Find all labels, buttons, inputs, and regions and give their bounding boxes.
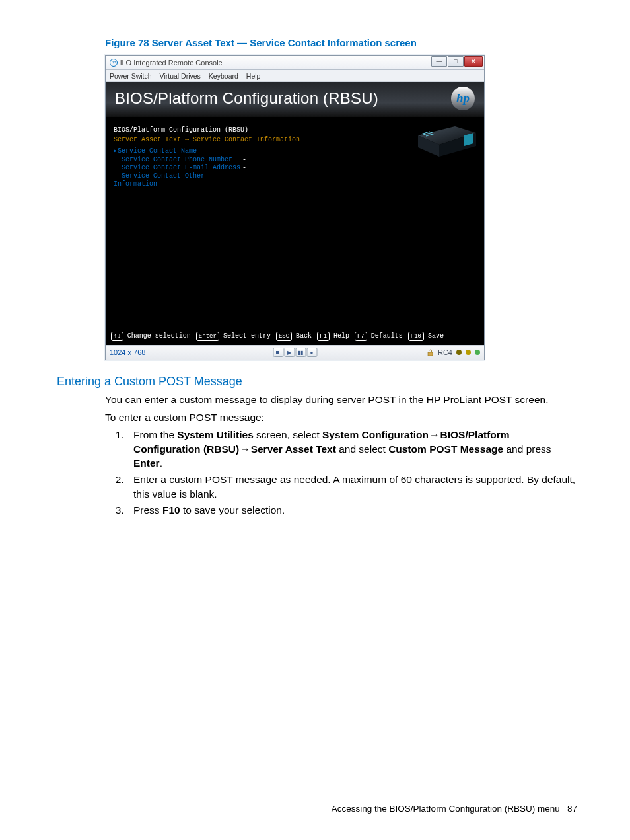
option-service-contact-other[interactable]: Service Contact Other Information - [114, 172, 476, 189]
option-service-contact-email[interactable]: Service Contact E-mail Address - [114, 164, 476, 172]
arrow-icon: → [239, 443, 251, 455]
ilo-window: hp iLO Integrated Remote Console — □ ✕ P… [105, 55, 485, 360]
key-enter: Enter [196, 332, 219, 341]
status-dot-2 [466, 350, 471, 355]
option-label: Service Contact Other Information [114, 172, 242, 189]
key-esc: ESC [276, 332, 292, 341]
svg-rect-7 [428, 352, 433, 356]
key-f7: F7 [355, 332, 367, 341]
step1-text: and select [336, 443, 388, 455]
step3-f10: F10 [162, 504, 180, 515]
step-1: From the System Utilities screen, select… [127, 428, 577, 471]
menu-power-switch[interactable]: Power Switch [110, 72, 152, 80]
step1-text: and press [503, 443, 551, 455]
arrow-icon: → [429, 429, 440, 440]
bios-header: BIOS/Platform Configuration (RBSU) hp [106, 82, 484, 120]
option-label: Service Contact Name [114, 147, 242, 156]
step1-text: . [160, 457, 162, 469]
status-center-buttons: ⏹ ▶ ▮▮ ● [273, 348, 317, 357]
key-label: Defaults [371, 332, 403, 340]
key-arrows: ↑↓ [111, 332, 123, 341]
playback-record-button[interactable]: ● [306, 348, 317, 357]
window-title: iLO Integrated Remote Console [120, 59, 223, 67]
step1-sysutil: System Utilities [177, 429, 253, 440]
lead-in-paragraph: To enter a custom POST message: [105, 410, 577, 425]
maximize-button[interactable]: □ [448, 56, 464, 67]
key-f10: F10 [408, 332, 424, 341]
option-value: - [242, 147, 246, 156]
status-bar: 1024 x 768 ⏹ ▶ ▮▮ ● RC4 [106, 345, 484, 360]
intro-paragraph: You can enter a custom message to displa… [105, 393, 577, 407]
step-2: Enter a custom POST message as needed. A… [127, 473, 577, 501]
figure-caption: Figure 78 Server Asset Text — Service Co… [105, 37, 577, 48]
hp-logo-icon: hp [451, 87, 475, 110]
minimize-button[interactable]: — [431, 56, 447, 67]
menu-virtual-drives[interactable]: Virtual Drives [160, 72, 201, 80]
titlebar: hp iLO Integrated Remote Console — □ ✕ [106, 56, 484, 70]
bios-keybar: ↑↓ Change selection Enter Select entry E… [106, 329, 484, 345]
status-rc-label: RC4 [438, 348, 452, 356]
key-f1: F1 [317, 332, 330, 341]
step1-asset: Server Asset Text [251, 443, 336, 455]
playback-play-button[interactable]: ▶ [284, 348, 295, 357]
option-value: - [242, 164, 246, 172]
step1-text: screen, select [254, 429, 322, 440]
status-dot-3 [475, 350, 480, 355]
key-label: Change selection [127, 332, 191, 340]
server-illustration-icon [417, 124, 477, 158]
key-label: Help [333, 332, 349, 340]
steps-list: From the System Utilities screen, select… [115, 428, 577, 517]
status-right: RC4 [427, 348, 480, 356]
option-value: - [242, 172, 246, 189]
step1-enter: Enter [133, 457, 160, 469]
step-3: Press F10 to save your selection. [127, 503, 577, 517]
footer-text: Accessing the BIOS/Platform Configuratio… [332, 804, 560, 814]
page-footer: Accessing the BIOS/Platform Configuratio… [332, 804, 577, 814]
close-button[interactable]: ✕ [464, 56, 483, 67]
status-dot-1 [456, 350, 462, 355]
menu-keyboard[interactable]: Keyboard [209, 72, 238, 80]
playback-stop-button[interactable]: ⏹ [273, 348, 283, 357]
bios-screen: BIOS/Platform Configuration (RBSU) hp [106, 82, 484, 345]
step1-sysconfig: System Configuration [322, 429, 429, 440]
option-label: Service Contact E-mail Address [114, 164, 242, 172]
window-buttons: — □ ✕ [431, 56, 483, 67]
step1-text: From the [133, 429, 177, 440]
step3-text: to save your selection. [180, 504, 285, 515]
bios-body: BIOS/Platform Configuration (RBSU) Serve… [106, 120, 484, 329]
menu-help[interactable]: Help [246, 72, 261, 80]
option-value: - [242, 156, 246, 165]
playback-pause-button[interactable]: ▮▮ [295, 348, 306, 357]
footer-page-number: 87 [567, 804, 577, 814]
key-label: Select entry [223, 332, 271, 340]
key-label: Back [296, 332, 312, 340]
lock-icon [427, 349, 434, 356]
key-label: Save [428, 332, 444, 340]
step1-custom-post: Custom POST Message [388, 443, 503, 455]
section-heading: Entering a Custom POST Message [57, 375, 577, 389]
status-resolution: 1024 x 768 [110, 348, 145, 356]
bios-header-title: BIOS/Platform Configuration (RBSU) [115, 89, 378, 108]
menubar: Power Switch Virtual Drives Keyboard Hel… [106, 70, 484, 82]
hp-small-icon: hp [110, 59, 118, 67]
option-label: Service Contact Phone Number [114, 156, 242, 165]
step3-text: Press [133, 504, 162, 515]
